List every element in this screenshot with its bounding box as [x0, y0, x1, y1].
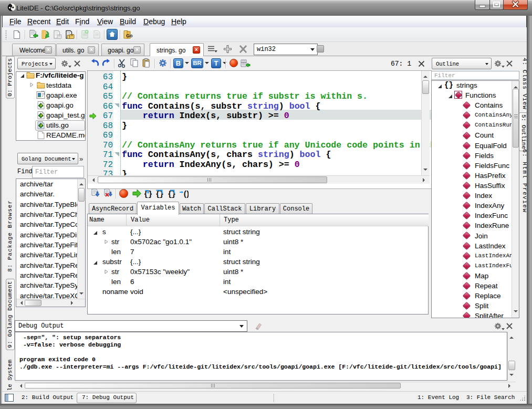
svg-text:}: }	[159, 190, 164, 198]
svg-text:): )	[185, 190, 189, 198]
svg-text:Go: Go	[126, 33, 133, 38]
svg-text:}: }	[171, 190, 176, 198]
